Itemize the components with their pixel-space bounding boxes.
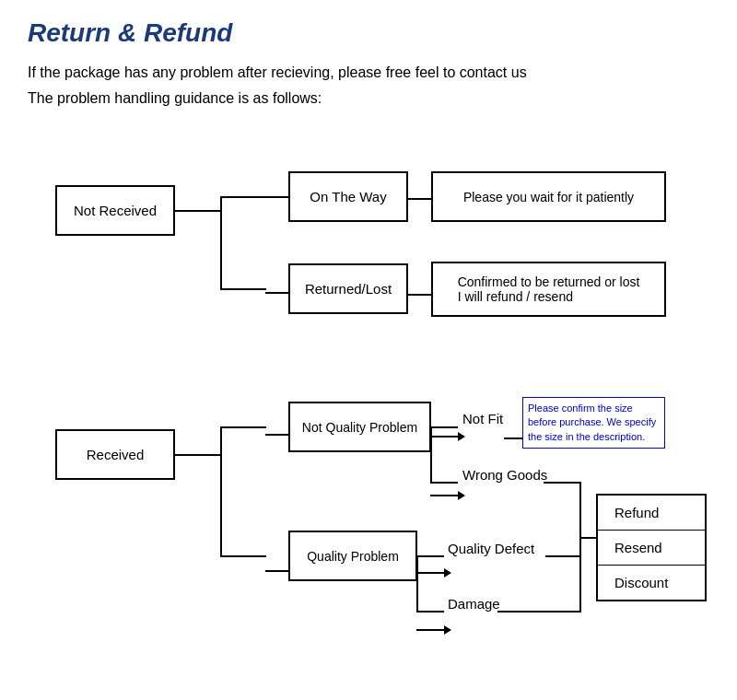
arrow-to-not-fit xyxy=(430,436,458,438)
on-the-way-result-box: Please you wait for it patiently xyxy=(431,171,666,222)
line-right-connector xyxy=(579,482,581,612)
not-received-box: Not Received xyxy=(55,185,175,236)
arrow-to-quality-problem xyxy=(265,570,288,572)
line-not-received-to-branch xyxy=(175,210,221,212)
not-quality-problem-label: Not Quality Problem xyxy=(302,420,417,435)
returned-lost-result: Confirmed to be returned or lost I will … xyxy=(454,271,644,308)
flowchart: Not Received On The Way Please you wait … xyxy=(28,134,719,613)
not-quality-problem-box: Not Quality Problem xyxy=(288,402,431,452)
returned-lost-label: Returned/Lost xyxy=(305,281,392,297)
line-branch-not-quality xyxy=(430,426,432,482)
line-to-returned xyxy=(220,288,266,290)
received-label: Received xyxy=(87,447,145,462)
line-to-wrong-goods xyxy=(430,482,458,484)
resend-option: Resend xyxy=(598,531,705,566)
not-fit-text: Not Fit xyxy=(462,411,503,426)
arrow-returned-to-result xyxy=(408,294,431,296)
line-wrong-goods-to-options xyxy=(544,482,580,484)
line-branch-received xyxy=(220,426,222,555)
line-connector-to-options xyxy=(579,537,596,539)
wrong-goods-text: Wrong Goods xyxy=(462,467,547,483)
subtitle-text: If the package has any problem after rec… xyxy=(28,64,709,81)
arrow-not-fit-to-annotation xyxy=(504,438,522,439)
quality-problem-box: Quality Problem xyxy=(288,531,417,581)
line-received-to-branch xyxy=(175,454,221,456)
arrow-to-quality-defect xyxy=(416,572,444,574)
annotation-box: Please confirm the size before purchase.… xyxy=(522,397,665,449)
arrow-to-on-the-way xyxy=(265,196,288,198)
line-to-not-quality xyxy=(220,426,266,428)
returned-lost-box: Returned/Lost xyxy=(288,263,408,314)
line-damage-to-options xyxy=(497,611,580,612)
guidance-text: The problem handling guidance is as foll… xyxy=(28,90,709,107)
options-box: Refund Resend Discount xyxy=(596,494,707,601)
on-the-way-label: On The Way xyxy=(310,189,386,204)
line-to-damage xyxy=(416,611,444,612)
arrow-to-not-quality xyxy=(265,434,288,436)
received-box: Received xyxy=(55,429,175,480)
quality-defect-text: Quality Defect xyxy=(448,541,534,556)
arrow-to-returned xyxy=(265,292,288,294)
discount-option: Discount xyxy=(598,566,705,600)
annotation-text: Please confirm the size before purchase.… xyxy=(528,402,656,442)
on-the-way-result: Please you wait for it patiently xyxy=(463,190,634,204)
arrow-on-the-way-to-result xyxy=(408,198,431,200)
line-branch-not-received xyxy=(220,196,222,288)
not-received-label: Not Received xyxy=(74,203,157,218)
refund-option: Refund xyxy=(598,496,705,531)
arrow-to-damage xyxy=(416,629,444,631)
returned-lost-result-box: Confirmed to be returned or lost I will … xyxy=(431,262,666,317)
line-branch-quality xyxy=(416,555,418,611)
quality-problem-label: Quality Problem xyxy=(307,549,399,564)
on-the-way-box: On The Way xyxy=(288,171,408,222)
arrow-to-wrong-goods xyxy=(430,495,458,496)
damage-text: Damage xyxy=(448,596,500,612)
line-from-not-quality xyxy=(430,426,458,428)
line-to-on-the-way xyxy=(220,196,266,198)
page-title: Return & Refund xyxy=(28,18,709,48)
line-to-quality-problem xyxy=(220,555,266,557)
line-quality-defect-to-options xyxy=(545,555,580,557)
line-to-quality-defect xyxy=(416,555,444,557)
